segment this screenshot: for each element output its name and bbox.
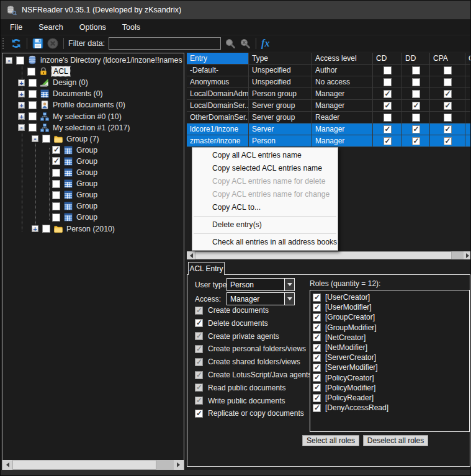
acl-table-row[interactable]: LocalDomainAdm... Person group Manager — [187, 88, 471, 100]
cell-dd[interactable] — [402, 76, 430, 88]
tree-checkbox[interactable] — [52, 202, 60, 210]
role-checkbox[interactable] — [313, 303, 321, 312]
privilege-item[interactable]: Create documents — [195, 304, 269, 317]
tree-checkbox[interactable] — [52, 213, 60, 222]
tree-item[interactable]: Group — [2, 145, 184, 156]
cell-cpa[interactable] — [430, 100, 465, 111]
select-all-roles-button[interactable]: Select all roles — [302, 435, 359, 446]
role-item[interactable]: [UserCreator] — [313, 292, 370, 302]
cell-dd[interactable] — [402, 100, 430, 111]
menu-search[interactable]: Search — [30, 20, 71, 34]
cell-cd[interactable] — [373, 88, 402, 99]
cell-cpa[interactable] — [430, 112, 465, 123]
tree-expander[interactable]: + — [18, 91, 25, 97]
tree-item[interactable]: - inzone's Directory (ldcore1/inzone!!na… — [2, 55, 184, 66]
refresh-icon[interactable] — [10, 37, 22, 50]
cell-entry[interactable]: ldcore1/inzone — [187, 123, 249, 135]
role-checkbox[interactable] — [313, 344, 321, 352]
cell-type[interactable]: Unspecified — [249, 76, 312, 88]
tree-checkbox[interactable] — [29, 90, 37, 98]
scrollbar-track[interactable] — [452, 251, 464, 259]
cell-type[interactable]: Unspecified — [249, 65, 312, 76]
role-item[interactable]: [PolicyCreator] — [313, 373, 374, 383]
tree-item-label[interactable]: Group — [76, 191, 97, 199]
cell-access-level[interactable]: Manager — [312, 123, 373, 135]
tree-item-label[interactable]: Group — [76, 179, 97, 188]
role-item[interactable]: [PolicyReader] — [313, 393, 374, 403]
tree-item-label[interactable]: Documents (0) — [53, 89, 103, 98]
privilege-item[interactable]: Create LotusScript/Java agents — [195, 369, 312, 381]
role-item[interactable]: [PolicyModifier] — [313, 383, 375, 393]
toolbar-grip[interactable] — [2, 38, 6, 49]
role-item[interactable]: [GroupModifier] — [313, 323, 377, 333]
search-icon[interactable] — [224, 37, 236, 50]
tree-checkbox[interactable] — [52, 191, 60, 199]
deselect-all-roles-button[interactable]: Deselect all roles — [363, 435, 428, 446]
scrollbar-thumb[interactable] — [195, 251, 452, 259]
privilege-checkbox[interactable] — [195, 319, 203, 327]
scrollbar-thumb[interactable] — [12, 460, 156, 470]
role-item[interactable]: [ServerModifier] — [313, 362, 378, 372]
scroll-right-arrow[interactable] — [464, 251, 471, 259]
tree-checkbox[interactable] — [42, 225, 50, 233]
role-item[interactable]: [GroupCreator] — [313, 312, 375, 322]
cell-entry[interactable]: zmaster/inzone — [187, 135, 249, 146]
context-menu-item[interactable]: Copy selected ACL entries name — [192, 162, 338, 175]
column-type[interactable]: Type — [249, 53, 312, 64]
role-checkbox[interactable] — [313, 313, 321, 321]
tree-item[interactable]: Group — [2, 178, 184, 189]
tree-item[interactable]: + Profile documents (0) — [2, 99, 184, 110]
acl-table-row[interactable]: ldcore1/inzone Server Manager — [187, 123, 471, 135]
tree-checkbox[interactable] — [29, 79, 37, 87]
privilege-checkbox[interactable] — [195, 410, 203, 418]
tree-expander[interactable]: + — [18, 102, 25, 109]
scroll-left-arrow[interactable] — [187, 251, 195, 259]
tree-item[interactable]: - My selection #1 (2017) — [2, 122, 184, 133]
cell-access-level[interactable]: Author — [312, 65, 373, 76]
scroll-right-arrow[interactable] — [174, 460, 184, 470]
dd-checkbox[interactable] — [412, 102, 420, 110]
acl-table-row[interactable]: LocalDomainSer... Server group Manager — [187, 100, 471, 112]
acl-table-row[interactable]: OtherDomainSer... Server group Reader — [187, 112, 471, 123]
cell-entry[interactable]: -Default- — [187, 65, 249, 76]
cell-entry[interactable]: Anonymous — [187, 76, 249, 88]
cd-checkbox[interactable] — [384, 90, 392, 98]
tree-expander[interactable]: + — [32, 225, 38, 232]
cell-entry[interactable]: OtherDomainSer... — [187, 112, 249, 123]
cell-cd[interactable] — [373, 100, 402, 111]
cd-checkbox[interactable] — [384, 102, 392, 110]
tree-item[interactable]: Group — [2, 189, 184, 200]
cell-access-level[interactable]: Manager — [312, 88, 373, 99]
cell-cd[interactable] — [373, 123, 402, 135]
tree-expander[interactable]: - — [18, 124, 25, 131]
filter-input[interactable] — [109, 37, 221, 50]
context-menu-item[interactable]: Copy ACL to... — [192, 201, 338, 214]
tree-expander[interactable]: - — [32, 135, 38, 142]
column-cpa[interactable]: CPA — [430, 53, 465, 64]
privilege-item[interactable]: Create personal folders/views — [195, 343, 306, 355]
tree-item[interactable]: Group — [2, 156, 184, 167]
tree-expander[interactable]: + — [18, 79, 25, 86]
tree-item-label[interactable]: Group — [76, 202, 97, 210]
cell-dd[interactable] — [402, 65, 430, 76]
cell-dd[interactable] — [402, 112, 430, 123]
cell-type[interactable]: Server group — [249, 112, 312, 123]
cell-cpa[interactable] — [430, 123, 465, 135]
tree-checkbox[interactable] — [29, 112, 37, 120]
cell-cpa[interactable] — [430, 135, 465, 146]
column-truncated[interactable]: C — [465, 53, 471, 64]
save-icon[interactable] — [32, 37, 44, 50]
context-menu-item[interactable]: Check all entries in all address books — [192, 236, 338, 249]
tree-item-label[interactable]: inzone's Directory (ldcore1/inzone!!name… — [40, 56, 182, 65]
tree-item[interactable]: + Design (0) — [2, 77, 184, 88]
column-dd[interactable]: DD — [402, 53, 430, 64]
cell-type[interactable]: Person group — [249, 88, 312, 99]
cell-access-level[interactable]: No access — [312, 76, 373, 88]
tree-expander[interactable]: + — [18, 113, 25, 120]
role-item[interactable]: [DenyAccessRead] — [313, 403, 388, 413]
tree-item-label[interactable]: My selection #1 (2017) — [53, 123, 130, 132]
tree-checkbox[interactable] — [29, 123, 37, 132]
user-type-select[interactable]: Person — [227, 278, 295, 291]
cell-type[interactable]: Person — [249, 135, 312, 146]
role-checkbox[interactable] — [313, 384, 321, 392]
